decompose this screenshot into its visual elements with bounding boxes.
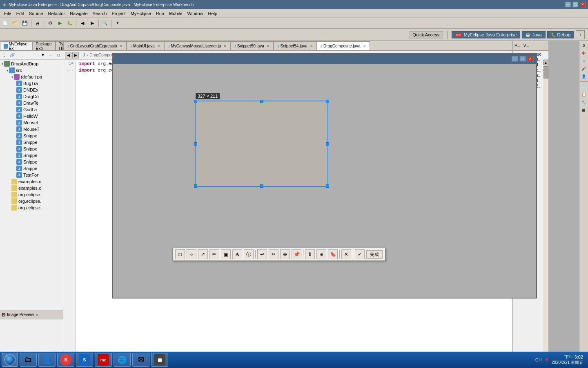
panel-min-button[interactable]: ─	[47, 52, 54, 59]
ch-fwd-btn[interactable]: ▶	[72, 52, 79, 58]
selection-box[interactable]: 327 × 211	[195, 101, 328, 187]
grid-tool-btn[interactable]: ⊞	[316, 249, 326, 259]
tab-gridlayout[interactable]: J GridLayoutGrabExpressio ✕	[63, 41, 127, 50]
taskbar-mail-btn[interactable]: ✉	[132, 353, 149, 367]
tree-item-gridl[interactable]: J GridLa	[0, 106, 63, 113]
new-button[interactable]: 📄	[1, 19, 10, 28]
taskbar-me-btn[interactable]: me	[95, 353, 112, 367]
fr-btn-4[interactable]: 🎤	[580, 65, 588, 72]
close-tab-mycanvas[interactable]: ✕	[223, 44, 227, 48]
tab-dragcomposite[interactable]: J DragComposite.java ✕	[317, 41, 370, 50]
tree-item-org2[interactable]: org.eclipse.	[0, 198, 63, 204]
tree-item-sn6[interactable]: J Snippe	[0, 165, 63, 172]
cancel-tool-btn[interactable]: ✕	[341, 249, 351, 259]
var-p-tab[interactable]: P...	[514, 43, 520, 48]
taskbar-win-btn[interactable]: ▦	[151, 353, 168, 367]
more-tb[interactable]: ▼	[113, 19, 122, 28]
rotate-tool-btn[interactable]: ⊕	[280, 249, 290, 259]
menu-help[interactable]: Help	[206, 10, 220, 17]
ch-back-btn[interactable]: ◀	[65, 52, 71, 58]
menu-edit[interactable]: Edit	[14, 10, 27, 17]
info-tool-btn[interactable]: ⓘ	[244, 249, 254, 259]
pen-tool-btn[interactable]: ✏	[209, 249, 219, 259]
pin-tool-btn[interactable]: 📌	[292, 249, 301, 259]
close-tab-snippet50[interactable]: ✕	[267, 44, 270, 48]
taskbar-chrome-btn[interactable]: 🌐	[114, 353, 131, 367]
tree-item-sn2[interactable]: J Snippe	[0, 139, 63, 146]
region-tool-btn[interactable]: ▣	[221, 249, 231, 259]
tab-close-img[interactable]: ✕	[36, 313, 39, 317]
menu-run[interactable]: Run	[154, 10, 167, 17]
collapse-all-button[interactable]: ⋮	[1, 52, 8, 59]
fr-btn-3[interactable]: ⊕	[580, 57, 588, 65]
tree-item-sn1[interactable]: J Snippe	[0, 132, 63, 139]
tab-mycanvas[interactable]: J MyCanvasMouseListener.ja ✕	[164, 41, 230, 50]
handle-tc[interactable]	[260, 100, 263, 103]
open-perspective-button[interactable]: +	[576, 30, 585, 39]
cut-tool-btn[interactable]: ✂	[269, 249, 278, 259]
save-tool-btn[interactable]: ⬇	[305, 249, 315, 259]
close-tab-snippet54[interactable]: ✕	[310, 44, 313, 48]
overlay-min[interactable]: ─	[512, 56, 518, 62]
run-button[interactable]: ▶	[56, 19, 65, 28]
menu-search[interactable]: Search	[90, 10, 109, 17]
start-button[interactable]	[2, 353, 18, 367]
menu-mobile[interactable]: Mobile	[167, 10, 185, 17]
circle-tool-btn[interactable]: ○	[187, 249, 196, 259]
debug-run-button[interactable]: 🐛	[65, 19, 74, 28]
tab-mainui[interactable]: J MainUI.java ✕	[127, 41, 164, 50]
taskbar-user-btn[interactable]: 👤	[38, 353, 56, 367]
fr-btn-7[interactable]: 📋	[580, 91, 588, 98]
undo-tool-btn[interactable]: ↩	[257, 249, 267, 259]
fr-btn-1[interactable]: S	[580, 42, 588, 49]
back-button[interactable]: ◀	[78, 19, 87, 28]
fr-btn-2[interactable]: 中	[580, 49, 588, 57]
search-button[interactable]: 🔍	[100, 19, 109, 28]
tree-item-org1[interactable]: org.eclipse.	[0, 191, 63, 198]
panel-menu-button[interactable]: ▼	[39, 52, 47, 59]
tree-item-mouse2[interactable]: J MouseT	[0, 126, 63, 132]
arrow-tool-btn[interactable]: ↗	[198, 249, 208, 259]
myeclipse-perspective[interactable]: me MyEclipse Java Enterprise	[452, 31, 520, 38]
handle-tl[interactable]	[194, 100, 197, 103]
overlay-max[interactable]: □	[519, 56, 526, 62]
fr-btn-8[interactable]: 🔧	[580, 99, 588, 106]
close-tab-gridlayout[interactable]: ✕	[120, 44, 123, 48]
fr-btn-5[interactable]: 👤	[580, 73, 588, 80]
scroll-thumb[interactable]	[543, 66, 548, 79]
tree-item-root[interactable]: ▾ DragAndDrop	[0, 61, 63, 67]
menu-navigate[interactable]: Navigate	[67, 10, 90, 17]
tree-item-hello[interactable]: J HelloW	[0, 113, 63, 119]
tree-item-bugt[interactable]: J BugTra	[0, 80, 63, 87]
debug-perspective[interactable]: 🐛 Debug	[547, 31, 574, 38]
menu-myeclipse[interactable]: MyEclipse	[128, 10, 154, 17]
link-editor-button[interactable]: 🔗	[9, 52, 16, 59]
build-button[interactable]: ⚙	[46, 19, 55, 28]
tree-item-testf[interactable]: J TestFor	[0, 172, 63, 178]
tree-item-ex2[interactable]: examples.c	[0, 185, 63, 191]
tab-myeclipse-ex[interactable]: MyEclipse Ex	[0, 41, 32, 50]
tree-item-mouse1[interactable]: J Mousel	[0, 119, 63, 126]
open-button[interactable]: 📂	[11, 19, 20, 28]
menu-project[interactable]: Project	[109, 10, 128, 17]
fr-btn-9[interactable]: ▦	[580, 106, 588, 114]
text-tool-btn[interactable]: A	[232, 249, 242, 259]
menu-refactor[interactable]: Refactor	[46, 10, 68, 17]
tree-item-sn3[interactable]: J Snippe	[0, 146, 63, 152]
close-tab-dragcomposite[interactable]: ✕	[363, 44, 366, 48]
handle-bc[interactable]	[260, 184, 263, 188]
tree-item-sn5[interactable]: J Snippe	[0, 159, 63, 165]
menu-file[interactable]: File	[2, 10, 14, 17]
handle-bl[interactable]	[194, 184, 197, 188]
handle-br[interactable]	[326, 184, 329, 188]
taskbar-sogou-btn[interactable]: S	[57, 353, 74, 367]
taskbar-browser-btn[interactable]: S	[76, 353, 93, 367]
quickaccess-button[interactable]: Quick Access	[409, 31, 443, 38]
menu-window[interactable]: Window	[185, 10, 205, 17]
close-button[interactable]: ✕	[580, 2, 586, 7]
handle-mr[interactable]	[326, 142, 329, 146]
tree-item-drawt[interactable]: J DrawTe	[0, 100, 63, 106]
panel-max-button[interactable]: □	[55, 52, 62, 59]
tree-item-ex1[interactable]: examples.c	[0, 178, 63, 185]
tree-item-src[interactable]: ▾ src	[0, 67, 63, 74]
